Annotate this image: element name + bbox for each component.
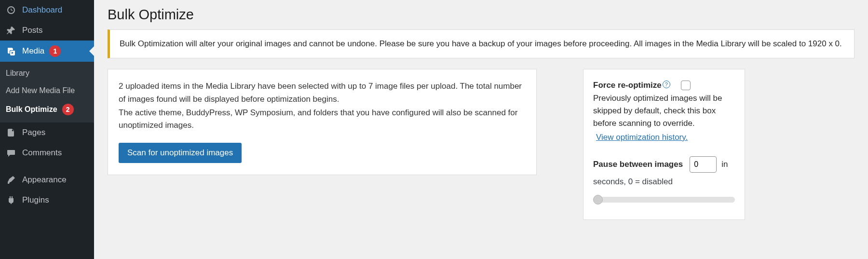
help-icon[interactable]: ?: [663, 81, 670, 88]
sidebar-item-comments[interactable]: Comments: [0, 143, 94, 163]
force-reoptimize-label: Force re-optimize: [593, 81, 662, 90]
main-content: Bulk Optimize Bulk Optimization will alt…: [94, 0, 868, 259]
page-title: Bulk Optimize: [108, 7, 854, 23]
sidebar-item-label: Comments: [22, 148, 62, 158]
pause-label: Pause between images: [593, 158, 683, 171]
sidebar-item-label: Plugins: [22, 195, 49, 205]
comment-icon: [6, 148, 16, 158]
info-card: 2 uploaded items in the Media Library ha…: [108, 69, 537, 175]
admin-sidebar: Dashboard Posts Media 1 Library Add New …: [0, 0, 94, 259]
force-desc-start: Previously: [593, 94, 631, 103]
pause-unit-rest: seconds, 0 = disabled: [593, 176, 735, 188]
sidebar-item-label: Media: [22, 46, 44, 56]
warning-notice: Bulk Optimization will alter your origin…: [108, 29, 854, 58]
submenu-item-label: Bulk Optimize: [6, 105, 57, 114]
submenu-item-label: Library: [6, 69, 29, 78]
sidebar-item-label: Appearance: [22, 175, 67, 185]
scan-button[interactable]: Scan for unoptimized images: [119, 143, 242, 163]
submenu-badge: 2: [62, 104, 74, 115]
sidebar-item-label: Dashboard: [22, 5, 62, 15]
sidebar-item-label: Posts: [22, 26, 43, 35]
submenu-library[interactable]: Library: [0, 65, 94, 82]
info-line-1: 2 uploaded items in the Media Library ha…: [119, 80, 526, 106]
sidebar-item-appearance[interactable]: Appearance: [0, 170, 94, 190]
submenu-add-new[interactable]: Add New Media File: [0, 82, 94, 99]
submenu-bulk-optimize[interactable]: Bulk Optimize 2: [0, 99, 94, 120]
brush-icon: [6, 175, 16, 185]
info-line-2: The active theme, BuddyPress, WP Symposi…: [119, 107, 526, 132]
sidebar-badge: 1: [49, 45, 61, 57]
pause-unit-start: in: [721, 158, 728, 171]
media-submenu: Library Add New Media File Bulk Optimize…: [0, 62, 94, 123]
sidebar-item-label: Pages: [22, 128, 45, 137]
sidebar-item-media[interactable]: Media 1: [0, 41, 94, 62]
submenu-item-label: Add New Media File: [6, 86, 75, 95]
options-panel: Force re-optimize? Previously optimized …: [583, 69, 745, 219]
pin-icon: [6, 25, 16, 36]
media-icon: [6, 46, 16, 56]
pause-slider[interactable]: [593, 197, 735, 203]
dashboard-icon: [6, 5, 16, 15]
pages-icon: [6, 127, 16, 138]
force-reoptimize-checkbox[interactable]: [681, 81, 691, 90]
sidebar-item-posts[interactable]: Posts: [0, 20, 94, 41]
sidebar-item-dashboard[interactable]: Dashboard: [0, 0, 94, 20]
sidebar-item-plugins[interactable]: Plugins: [0, 190, 94, 210]
sidebar-item-pages[interactable]: Pages: [0, 123, 94, 143]
pause-input[interactable]: [690, 156, 717, 173]
plug-icon: [6, 195, 16, 205]
history-link[interactable]: View optimization history.: [596, 131, 688, 144]
